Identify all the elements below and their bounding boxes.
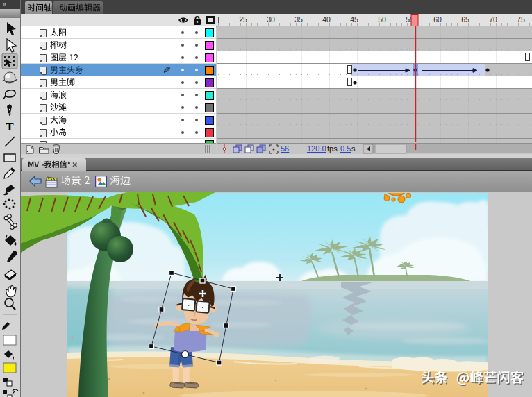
svg-text:0.5: 0.5 <box>340 144 351 153</box>
svg-text:T: T <box>6 120 14 133</box>
svg-text:50: 50 <box>378 15 386 24</box>
svg-text:35: 35 <box>294 15 303 24</box>
svg-text:120.0: 120.0 <box>307 144 326 153</box>
svg-text:25: 25 <box>239 15 247 24</box>
svg-text:56: 56 <box>281 144 289 153</box>
svg-text:40: 40 <box>322 15 331 24</box>
svg-text:fps: fps <box>327 144 338 153</box>
svg-text:70: 70 <box>489 15 497 24</box>
svg-text:65: 65 <box>461 15 469 24</box>
svg-text:s: s <box>351 144 356 153</box>
svg-text:75: 75 <box>517 15 525 24</box>
svg-text:30: 30 <box>267 15 275 24</box>
svg-text:60: 60 <box>433 15 442 24</box>
svg-text:45: 45 <box>350 15 358 24</box>
